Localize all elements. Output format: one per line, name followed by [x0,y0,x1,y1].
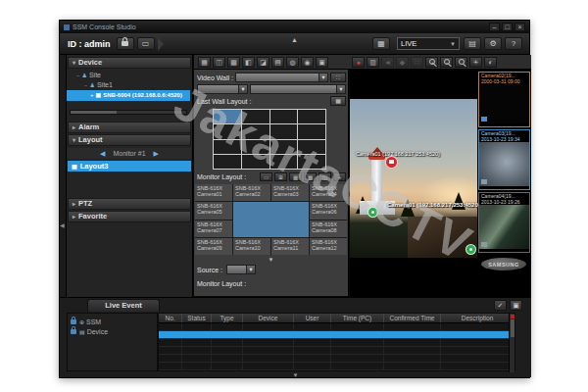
section-header-layout[interactable]: ▾Layout [68,134,191,146]
device-tree-scrollbar[interactable] [70,110,187,115]
layout-9-button[interactable]: ▦ [289,172,302,181]
osd-button[interactable]: ▤ [271,57,284,68]
layout-1-button[interactable]: ▭ [260,172,272,181]
event-table-scrollbar[interactable] [509,314,514,372]
scrollbar-thumb[interactable] [71,111,117,114]
wall-grid-cell[interactable] [214,124,241,138]
wall-grid-cell[interactable] [242,140,270,154]
camera-tile[interactable]: SNB-616XCamera11 [271,238,309,255]
column-header-no[interactable]: No. [159,314,182,322]
record-button[interactable]: ● [352,57,365,68]
camera-tile[interactable]: SNB-616XCamera05 [195,202,232,219]
prev-monitor-icon[interactable]: ◀ [100,150,105,158]
column-header-status[interactable]: Status [182,314,212,322]
pattern-button[interactable]: ◫ [213,57,225,68]
camera-tile[interactable]: SNB-616XCamera09 [195,238,232,255]
logout-button[interactable]: ▭ [137,37,155,50]
export-button[interactable]: ▤ [464,37,481,50]
wall-grid-cell[interactable] [298,110,325,123]
section-header-favorite[interactable]: ▸Favorite [68,211,191,222]
camera-tile[interactable]: SNB-616XCamera08 [310,220,347,237]
event-panel-collapse-button[interactable]: ▼ [60,372,531,378]
event-row[interactable] [159,331,514,339]
camera-tile[interactable]: SNB-616XCamera12 [310,238,347,255]
wall-grid-cell[interactable] [242,124,270,138]
settings-button[interactable]: ⚙ [484,37,502,50]
video-tile-camera03[interactable]: Camera03(19... 2013-10-23 19:34 [478,129,530,190]
camera-tile[interactable]: SNB-616XCamera10 [233,238,270,255]
camera-tile[interactable]: SNB-616XCamera07 [195,220,232,237]
screen-split-button[interactable]: ◧ [242,57,255,68]
screen-lock-button[interactable] [117,37,134,50]
minimize-button[interactable]: – [489,23,500,31]
maximize-button[interactable]: □ [502,23,513,31]
event-row[interactable] [159,339,514,347]
print-button[interactable]: ▣ [316,57,328,68]
capture-button[interactable]: ◉ [301,57,314,68]
event-copy-button[interactable]: ▣ [510,300,522,311]
wall-grid-cell[interactable] [242,110,270,123]
event-tree-item-ssm[interactable]: ⊕SSM [71,317,157,326]
layout-wide-button[interactable]: ◫ [318,172,331,181]
camera-tile[interactable]: SNB-616XCamera04 [310,184,347,201]
wall-grid-cell[interactable] [214,140,241,154]
scrollbar-thumb[interactable] [511,319,514,337]
camera-tile[interactable]: SNB-616XCamera03 [271,184,309,201]
wall-monitor-select[interactable]: ▼ [197,84,248,94]
wall-grid-cell[interactable] [298,124,325,138]
menu-dots-button[interactable]: ∷ [411,57,423,68]
layout-custom-button[interactable]: + [333,172,346,181]
grid-collapse-button[interactable]: ▼ [194,257,348,263]
confirm-all-button[interactable]: ✓ [494,300,507,311]
wall-grid-cell[interactable] [214,155,241,169]
sequence-button[interactable]: ▩ [227,57,240,68]
wall-grid-cell[interactable] [298,140,325,154]
layout-mode-button[interactable]: ▦ [372,37,390,50]
column-header-device[interactable]: Device [243,314,294,322]
video-wall-select[interactable]: ▼ [235,73,328,82]
apply-wall-layout-button[interactable]: ▦ [330,96,346,106]
main-video-tile[interactable]: Camera01 (192.168.217.253:4520) [350,99,477,258]
column-header-user[interactable]: User [294,314,331,322]
section-header-ptz[interactable]: ▸PTZ [68,198,191,210]
audio-button[interactable]: ◄ [381,57,394,68]
help-button[interactable]: ? [505,37,522,50]
wall-grid-cell[interactable] [242,155,270,169]
mode-select[interactable]: LIVE ▼ [397,37,460,50]
tab-live-event[interactable]: Live Event [87,299,160,312]
video-tile-camera04[interactable]: Camera04(19... 2013-10-23 19:26 [478,192,530,253]
column-header-confirmed-time[interactable]: Confirmed Time [384,314,441,322]
column-header-description[interactable]: Description [441,314,514,322]
next-monitor-icon[interactable]: ▶ [154,150,159,158]
layout-item-layout3[interactable]: ▦Layout3 [68,161,191,172]
wall-grid-cell[interactable] [270,155,298,169]
tree-item-site[interactable]: −♟Site [67,71,190,80]
camera-tile[interactable]: SNB-616XCamera01 [195,184,232,201]
event-row[interactable] [159,323,514,331]
zoom-out-button[interactable]: − [440,57,453,68]
layout-4-button[interactable]: ⊞ [274,172,287,181]
mic-button[interactable]: ◆ [396,57,409,68]
wall-grid-cell[interactable] [298,155,325,169]
column-header-type[interactable]: Type [212,314,243,322]
tree-item-device-snb6004[interactable]: +▣SNB-6004 (192.168.0.6:4520) [67,90,190,101]
wall-grid-cell[interactable] [270,110,298,123]
brightness-button[interactable]: ☀ [469,57,482,68]
hold-button[interactable]: ◍ [286,57,299,68]
instant-viewer-button[interactable]: ▥ [367,57,379,68]
videowall-button[interactable]: ▦ [198,57,211,68]
collapse-header-button[interactable]: ▲ [291,36,298,43]
video-tile-camera02[interactable]: Camera02(19... 2000-03-31 09:00 [478,72,530,127]
layout-16-button[interactable]: ▩ [304,172,317,181]
camera-tile[interactable]: SNB-616XCamera06 [310,202,347,219]
area-zoom-button[interactable] [455,57,467,68]
section-header-alarm[interactable]: ▸Alarm [68,122,191,133]
camera-tile-merged[interactable] [233,202,309,237]
zoom-in-button[interactable]: + [425,57,438,68]
sidebar-collapse-strip[interactable]: ◀ [60,55,67,297]
wall-layout-select[interactable]: ▼ [250,84,346,94]
wall-grid-cell[interactable] [270,140,298,154]
event-tree-item-device[interactable]: ▤Device [71,326,157,336]
event-row[interactable] [159,355,514,363]
event-row[interactable] [159,363,514,370]
